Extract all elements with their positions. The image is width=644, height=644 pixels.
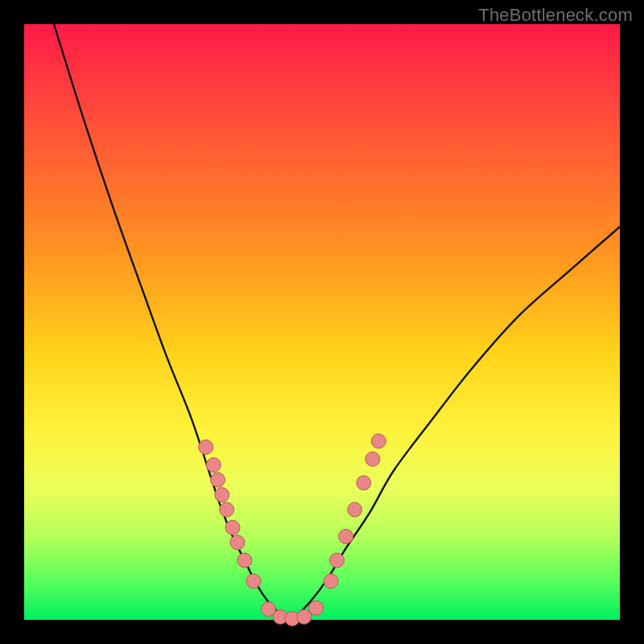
series-left-curve (54, 24, 292, 620)
data-marker (206, 458, 221, 473)
chart-frame: TheBottleneck.com (0, 0, 644, 644)
data-marker (246, 574, 261, 588)
data-marker (371, 434, 386, 448)
data-marker (215, 488, 229, 502)
data-marker (230, 535, 245, 550)
data-marker (297, 609, 312, 624)
data-marker (324, 574, 338, 588)
data-marker (309, 601, 324, 615)
data-marker (225, 520, 240, 535)
data-marker (330, 553, 345, 568)
data-marker (357, 476, 371, 490)
chart-svg (24, 24, 620, 620)
data-marker (199, 440, 213, 454)
plot-area (24, 24, 620, 620)
curve-layer (54, 24, 620, 620)
data-marker (220, 502, 234, 517)
data-marker (365, 452, 380, 466)
data-marker (348, 502, 362, 517)
watermark-text: TheBottleneck.com (478, 5, 633, 26)
data-marker (339, 529, 353, 543)
data-marker (237, 553, 252, 568)
data-marker (211, 473, 225, 487)
